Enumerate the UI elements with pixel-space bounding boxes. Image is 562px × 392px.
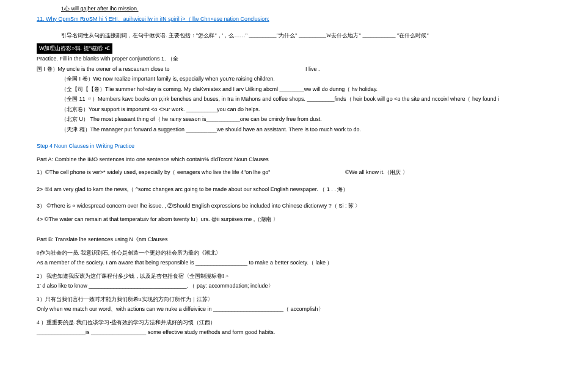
- practice-q2: （全国 I 卷）We now realize important family …: [37, 75, 538, 84]
- partA-q2: 2> ①4 am very glad to kam the news,（ ^so…: [37, 186, 538, 194]
- partB-q2-cn: 2） 我也知道我应该为这仃课程付多少钱，以及足杏包括食宿〈全国制漫标卷I >: [37, 272, 538, 281]
- mission-line: 1心 will gajher after ihc mission.: [37, 5, 538, 13]
- q1-right-text: ©We all know it.（用庆 〉: [345, 169, 408, 175]
- partA-q1: 1）©The cell phone is ver>* widely used, …: [37, 169, 538, 177]
- partB-q3-cn: 3）只有当我们言行一致吋才能力我们所希tt实现的方向仃所作为｜江苏〉: [37, 296, 538, 304]
- partA-q4: 4> ©The water can remain at that tempera…: [37, 216, 538, 224]
- partA-header: Part A: Combine the IMO sentences into o…: [37, 156, 538, 164]
- q1-right: I live .: [305, 65, 320, 74]
- partB-q0-en: As a member of the society. I am aware t…: [37, 259, 538, 267]
- partB-q4-cn: 4 ）重重要的是. 我们位该学习•些有效的学习方法和并成好的习惯（江西）: [37, 319, 538, 327]
- conclusion-line: 11. Why OpmSm RrσSM hi 'i EHI、auihwicei …: [37, 15, 538, 24]
- intro-chinese: 引导名词性从句的连接副词，在句中做状语. 主要包括："怎么样"，'，么……" _…: [37, 32, 538, 40]
- step4-title: Step 4 Noun Clauses in Writing Practice: [37, 142, 538, 151]
- q1-left: 国 I 卷）My uncle is the owner of a rescaur…: [37, 66, 170, 72]
- practice-q7: （天津 程）The manager put forward a suggesti…: [37, 126, 538, 134]
- q1-left-text: 1）©The cell phone is ver>* widely used, …: [37, 169, 270, 175]
- practice-q6: （北京 U） The most pleasant thing of（ he ra…: [37, 115, 538, 124]
- partA-q3: 3） ©There is « widespread concern over l…: [37, 202, 538, 211]
- practice-q5: （北京卷）Your support is imporumt <o <>ur wo…: [37, 106, 538, 114]
- partB-header: Part B: Translate lhe sentences using N《…: [37, 236, 538, 244]
- practice-q1: 国 I 卷）My uncle is the owner of a rescaur…: [37, 65, 538, 74]
- partB-q2-en: 1' d also like to know _________________…: [37, 282, 538, 291]
- practice-q4: （全国 11 〃）Members kavc books on p;irk ben…: [37, 95, 538, 104]
- practice-header: Practice. Fill in the blanks with proper…: [37, 55, 538, 64]
- partB-q0-cn: 0作为社会的一员. 我意识到石, 任心是创造一个更好的社会所为盖的《湖北〉: [37, 249, 538, 258]
- practice-q3: （全【司【【卷）Tlie summer hol»day is coming. M…: [37, 85, 538, 94]
- black-bar-text: W加理山咨彩»辑. 提"磁蹈: •£: [37, 43, 112, 54]
- partB-q4-en: ________________is __________________ so…: [37, 328, 538, 337]
- partB-q3-en: Only when we match our word、with actions…: [37, 305, 538, 314]
- black-bar-row: W加理山咨彩»辑. 提"磁蹈: •£: [37, 42, 538, 56]
